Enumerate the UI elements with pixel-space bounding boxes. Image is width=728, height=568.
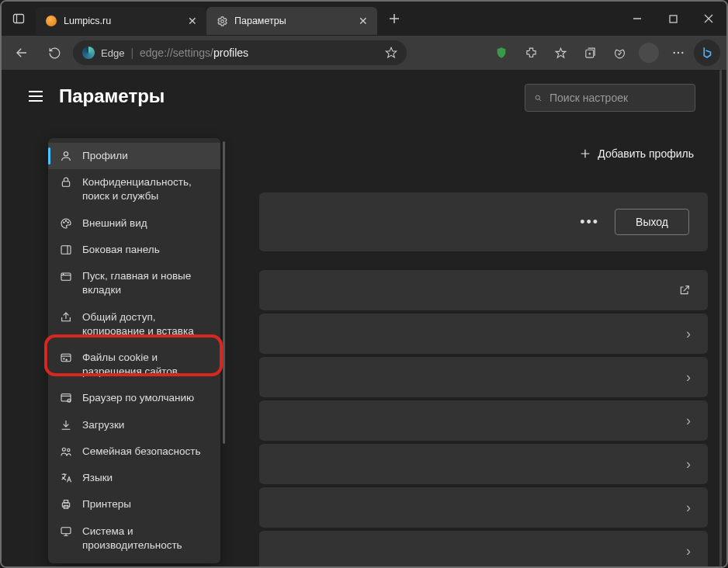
settings-search[interactable] (525, 84, 695, 112)
palette-icon (59, 217, 73, 230)
close-icon[interactable]: ✕ (359, 15, 368, 27)
sidebar-item-downloads[interactable]: Загрузки (48, 412, 220, 438)
svg-point-42 (68, 449, 70, 451)
add-profile-button[interactable]: Добавить профиль (579, 147, 694, 160)
settings-row[interactable]: › (259, 487, 708, 528)
settings-row[interactable]: › (259, 400, 708, 441)
page-title: Параметры (59, 85, 165, 107)
svg-point-2 (220, 19, 224, 23)
window-controls (619, 2, 726, 36)
settings-row[interactable]: › (259, 531, 708, 568)
close-icon[interactable]: ✕ (188, 15, 197, 27)
sidebar-item-cookies[interactable]: Файлы cookie и разрешения сайтов (48, 345, 220, 385)
hamburger-icon[interactable] (28, 90, 43, 102)
sidebar-item-family[interactable]: Семейная безопасность (48, 438, 220, 465)
svg-rect-24 (62, 182, 69, 187)
lock-icon (59, 176, 73, 189)
sidebar-item-languages[interactable]: Языки (48, 465, 220, 491)
settings-row[interactable]: › (259, 357, 708, 397)
svg-point-32 (63, 274, 64, 275)
sidebar-item-printers[interactable]: Принтеры (48, 491, 220, 518)
chevron-right-icon: › (686, 326, 691, 342)
tab-actions-icon[interactable] (2, 12, 36, 25)
sidebar-item-label: Принтеры (82, 497, 131, 511)
settings-row[interactable]: › (259, 444, 708, 484)
svg-marker-11 (556, 48, 566, 57)
download-icon (59, 419, 73, 431)
edge-logo-icon (82, 47, 95, 59)
minimize-button[interactable] (619, 2, 655, 36)
svg-point-27 (68, 222, 68, 223)
sidebar-item-label: Семейная безопасность (82, 445, 200, 459)
svg-point-16 (678, 52, 679, 54)
panel-icon (59, 244, 73, 256)
family-icon (59, 445, 73, 458)
sidebar-item-label: Боковая панель (82, 243, 160, 257)
svg-point-25 (64, 222, 64, 223)
tab-settings[interactable]: Параметры ✕ (206, 7, 377, 35)
bing-icon[interactable] (694, 40, 720, 66)
printer-icon (59, 498, 73, 511)
sidebar-item-start[interactable]: Пуск, главная и новые вкладки (48, 263, 220, 303)
sidebar-item-share[interactable]: Общий доступ, копирование и вставка (48, 304, 220, 345)
favorites-icon[interactable] (546, 39, 574, 67)
back-button[interactable] (8, 39, 36, 67)
svg-point-36 (66, 359, 67, 360)
tab-title: Lumpics.ru (64, 16, 182, 26)
more-icon[interactable]: ••• (580, 214, 599, 230)
svg-rect-37 (61, 394, 71, 401)
svg-point-23 (64, 152, 68, 156)
sidebar-item-default-browser[interactable]: Браузер по умолчанию (48, 385, 220, 411)
addr-product: Edge (101, 47, 124, 59)
favorite-icon[interactable] (385, 47, 397, 59)
sidebar-item-label: Файлы cookie и разрешения сайтов (82, 351, 210, 379)
addr-divider: | (130, 47, 133, 59)
plus-icon (579, 147, 591, 160)
profile-avatar[interactable] (635, 39, 663, 67)
svg-point-41 (62, 448, 65, 451)
tab-title: Параметры (234, 16, 352, 26)
sidebar-item-privacy[interactable]: Конфиденциальность, поиск и службы (48, 169, 220, 210)
profile-options: › › › › › › (259, 270, 708, 568)
settings-sidebar: Профили Конфиденциальность, поиск и служ… (48, 138, 220, 563)
cookie-icon (59, 352, 73, 364)
addr-url: edge://settings/profiles (140, 47, 248, 59)
shield-icon[interactable] (487, 39, 515, 67)
new-tab-button[interactable] (380, 13, 408, 24)
extensions-icon[interactable] (517, 39, 545, 67)
svg-rect-0 (14, 15, 24, 23)
sidebar-item-label: Профили (82, 149, 128, 163)
sidebar-item-system[interactable]: Система и производительность (48, 518, 220, 559)
svg-point-17 (681, 52, 683, 54)
sign-out-button[interactable]: Выход (615, 209, 689, 235)
sidebar-item-appearance[interactable]: Внешний вид (48, 210, 220, 237)
chevron-right-icon: › (686, 500, 691, 516)
sidebar-item-sidebar[interactable]: Боковая панель (48, 237, 220, 263)
page-scrollbar[interactable] (719, 70, 722, 566)
svg-rect-47 (61, 527, 71, 533)
browser-icon (59, 392, 73, 404)
chevron-right-icon: › (686, 543, 691, 559)
chevron-right-icon: › (686, 456, 691, 473)
chevron-right-icon: › (686, 413, 691, 429)
settings-row[interactable] (259, 270, 708, 310)
sidebar-scrollbar[interactable] (223, 141, 225, 444)
settings-row[interactable]: › (259, 313, 708, 354)
svg-point-15 (674, 52, 675, 54)
svg-point-21 (536, 95, 539, 99)
chevron-right-icon: › (686, 369, 691, 386)
sidebar-item-profiles[interactable]: Профили (48, 143, 220, 169)
collections-icon[interactable] (576, 39, 604, 67)
address-bar[interactable]: Edge | edge://settings/profiles (73, 40, 407, 65)
tab-lumpics[interactable]: Lumpics.ru ✕ (36, 7, 206, 35)
gear-icon (216, 15, 228, 27)
more-icon[interactable] (664, 39, 692, 67)
close-window-button[interactable] (691, 2, 726, 36)
maximize-button[interactable] (655, 2, 691, 36)
sidebar-item-label: Внешний вид (82, 216, 147, 230)
language-icon (59, 472, 73, 484)
refresh-button[interactable] (40, 39, 68, 67)
performance-icon[interactable] (605, 39, 633, 67)
search-input[interactable] (549, 92, 685, 104)
sidebar-item-label: Браузер по умолчанию (82, 391, 194, 405)
